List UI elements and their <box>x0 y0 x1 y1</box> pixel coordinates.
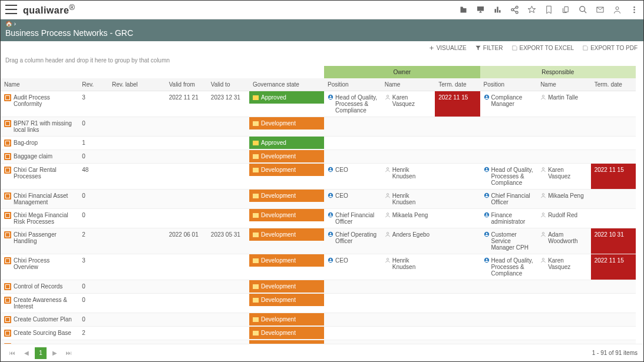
row-resp-pos: Customer Service Manager CPH <box>480 228 537 254</box>
table-row[interactable]: Create Customer Plan0Development <box>1 313 636 327</box>
row-revlabel <box>108 190 166 209</box>
table-row[interactable]: Control of Records0Development <box>1 280 636 294</box>
row-rev: 0 <box>78 117 108 137</box>
row-resp-term <box>591 137 636 150</box>
row-resp-pos: Head of Quality, Processes & Compliance <box>480 254 537 280</box>
table-row[interactable]: Baggage claim0Development <box>1 150 636 164</box>
row-owner-pos: Chief Financial Officer <box>324 209 381 228</box>
col-resp-name[interactable]: Name <box>537 78 591 91</box>
table-row[interactable]: Audit Process Conformity32022 11 212023 … <box>1 91 636 117</box>
table-row[interactable]: Chixi Car Rental Processes48DevelopmentC… <box>1 164 636 190</box>
pager-page-1[interactable]: 1 <box>35 347 47 359</box>
row-validto: 2023 12 31 <box>207 91 249 117</box>
row-validto <box>207 313 249 327</box>
col-rev[interactable]: Rev. <box>78 78 108 91</box>
visualize-button[interactable]: VISUALIZE <box>428 45 467 51</box>
row-rev: 3 <box>78 254 108 280</box>
page-title: Business Process Networks - GRC <box>5 28 639 38</box>
share-icon[interactable] <box>510 5 519 14</box>
more-icon[interactable] <box>630 5 639 14</box>
diagram-icon <box>4 94 11 101</box>
row-revlabel <box>108 137 166 150</box>
col-validfrom[interactable]: Valid from <box>166 78 207 91</box>
row-owner-name <box>381 117 435 137</box>
row-state: Development <box>249 327 324 339</box>
row-resp-name: Martin Talle <box>537 91 591 117</box>
row-state: Development <box>249 313 324 326</box>
col-owner-term[interactable]: Term. date <box>435 78 480 91</box>
row-owner-term <box>435 313 480 327</box>
row-name: Create Sourcing Base <box>14 330 71 336</box>
row-name: Create Customer Plan <box>14 316 72 323</box>
table-row[interactable]: Chixi Passenger Handling22022 06 012023 … <box>1 228 636 254</box>
row-validfrom: 2022 06 01 <box>166 228 207 254</box>
row-validto <box>207 117 249 137</box>
item-count: 1 - 91 of 91 items <box>592 350 638 356</box>
menu-icon[interactable] <box>5 5 17 14</box>
diagram-icon <box>4 283 11 290</box>
row-rev: 1 <box>78 137 108 150</box>
row-owner-pos <box>324 137 381 150</box>
col-owner-name[interactable]: Name <box>381 78 435 91</box>
pager-last[interactable]: ⏭ <box>63 347 75 359</box>
row-owner-pos <box>324 327 381 340</box>
table-row[interactable]: Chixi Mega Financial Risk Processes0Deve… <box>1 209 636 228</box>
row-revlabel <box>108 280 166 294</box>
pager-first[interactable]: ⏮ <box>6 347 18 359</box>
row-resp-pos <box>480 294 537 313</box>
chart-icon[interactable] <box>493 5 502 14</box>
actions-bar: VISUALIZE FILTER EXPORT TO EXCEL EXPORT … <box>1 41 643 55</box>
row-validfrom <box>166 209 207 228</box>
pager-next[interactable]: ▶ <box>49 347 61 359</box>
row-owner-pos <box>324 313 381 327</box>
presentation-icon[interactable] <box>476 5 485 14</box>
logo: qualiware® <box>23 3 75 16</box>
row-name: Create Awareness & Interest <box>14 297 75 310</box>
group-drop-hint[interactable]: Drag a column header and drop it here to… <box>1 55 643 66</box>
row-owner-term <box>435 254 480 280</box>
col-revlabel[interactable]: Rev. label <box>108 78 166 91</box>
row-validto <box>207 137 249 150</box>
state-icon <box>253 331 259 336</box>
search-icon[interactable] <box>579 5 587 14</box>
row-owner-term <box>435 190 480 209</box>
row-validto <box>207 294 249 313</box>
filter-button[interactable]: FILTER <box>475 45 503 51</box>
row-state: Development <box>249 228 324 241</box>
copy-icon[interactable] <box>562 5 570 14</box>
diagram-icon <box>4 231 11 238</box>
row-validfrom <box>166 137 207 150</box>
row-validfrom <box>166 254 207 280</box>
row-state: Development <box>249 280 324 293</box>
row-validfrom <box>166 327 207 340</box>
row-rev: 0 <box>78 294 108 313</box>
bookmark-icon[interactable] <box>544 5 553 14</box>
table-row[interactable]: Chixi Process Overview3DevelopmentCEOHen… <box>1 254 636 280</box>
row-owner-term <box>435 137 480 150</box>
folder-icon[interactable] <box>459 5 468 14</box>
col-owner-position[interactable]: Position <box>324 78 381 91</box>
table-row[interactable]: Create Awareness & Interest0Development <box>1 294 636 313</box>
export-pdf-button[interactable]: EXPORT TO PDF <box>582 45 638 51</box>
export-excel-button[interactable]: EXPORT TO EXCEL <box>511 45 574 51</box>
svg-point-33 <box>486 233 487 235</box>
breadcrumb[interactable]: 🏠 › <box>5 21 639 27</box>
table-row[interactable]: BPN7 R1 with missing local links0Develop… <box>1 117 636 137</box>
col-govstate[interactable]: Governance state <box>249 78 324 91</box>
table-row[interactable]: Bag-drop1Approved <box>1 137 636 150</box>
col-name[interactable]: Name <box>1 78 78 91</box>
mail-icon[interactable] <box>596 5 605 14</box>
table-row[interactable]: Create Sourcing Base2Development <box>1 327 636 340</box>
col-resp-position[interactable]: Position <box>480 78 537 91</box>
data-grid[interactable]: Owner Responsible Name Rev. Rev. label V… <box>1 66 643 358</box>
pager-prev[interactable]: ◀ <box>21 347 32 359</box>
row-state: Development <box>249 164 324 176</box>
col-validto[interactable]: Valid to <box>207 78 249 91</box>
col-resp-term[interactable]: Term. date <box>591 78 636 91</box>
star-icon[interactable] <box>527 5 536 14</box>
row-owner-term <box>435 228 480 254</box>
table-row[interactable]: Chixi Financial Asset Management0Develop… <box>1 190 636 209</box>
svg-point-27 <box>486 214 487 215</box>
user-icon[interactable] <box>613 5 622 14</box>
row-name: Chixi Financial Asset Management <box>14 192 75 205</box>
